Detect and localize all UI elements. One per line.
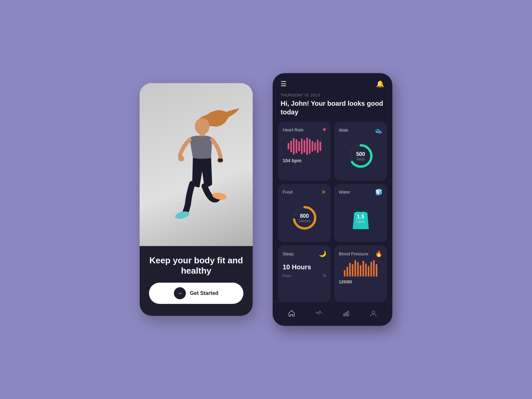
right-phone: ☰ 🔔 Thursday 31 July Hi, John! Your boar… [273,73,392,326]
walk-circle-container: 500 Steps [339,136,382,176]
water-title: Water [339,190,350,195]
walk-card-header: Walk 👟 [339,126,382,134]
svg-rect-13 [345,313,347,316]
svg-rect-12 [343,314,345,316]
walk-steps-label: Steps [356,157,365,161]
phone-header: ☰ 🔔 [273,73,392,90]
walk-steps-number: 500 [356,151,365,157]
nav-activity[interactable] [312,306,326,321]
heart-rate-card-header: Heart Rate ♥ [283,126,326,133]
get-started-button[interactable]: → Get Started [149,283,243,304]
food-circle: 800 Calories [291,204,318,231]
chart-icon [342,310,350,317]
bp-bar [354,260,356,277]
heart-rate-bar [288,143,289,150]
sleep-to-label: To [322,274,326,278]
bp-bar [344,270,345,277]
runner-svg [153,95,239,234]
bp-bar [376,264,377,277]
walk-card[interactable]: Walk 👟 500 Steps [334,122,387,181]
walk-circle-text: 500 Steps [356,151,365,161]
blood-pressure-card[interactable]: Blood Pressure 🔥 120/80 [334,245,387,302]
left-phone-title: Keep your body fit and healthy [149,255,243,276]
left-phone-bottom: Keep your body fit and healthy → Get Sta… [140,246,253,316]
food-card-header: Food ✕ [283,189,326,196]
runner-image [140,83,253,246]
heart-rate-bars [283,138,326,155]
bp-bar [352,264,353,277]
bp-title: Blood Pressure [339,251,368,256]
arrow-icon: → [174,287,186,299]
sleep-from-label: From [283,274,291,278]
water-card-header: Water 🧊 [339,189,382,196]
dashboard-grid: Heart Rate ♥ 104 bpm Walk 👟 500 [273,122,392,302]
bp-bar [349,263,351,277]
bp-bar [370,262,372,277]
food-calories-label: Calories [298,219,311,223]
sleep-hours: 10 Hours [283,263,326,271]
bp-bar [368,266,369,277]
heart-rate-bar [290,141,292,152]
svg-rect-14 [347,311,349,316]
greeting-section: Thursday 31 July Hi, John! Your board lo… [273,90,392,122]
heart-rate-title: Heart Rate [283,127,304,132]
sleep-card[interactable]: Sleep 🌙 10 Hours From To [278,245,331,302]
food-circle-container: 800 Calories [283,199,326,238]
svg-point-3 [178,156,184,162]
svg-rect-5 [218,159,223,162]
water-icon: 🧊 [375,189,382,196]
bp-value: 120/80 [339,279,382,284]
heart-rate-card[interactable]: Heart Rate ♥ 104 bpm [278,122,331,181]
water-liters-label: Liters [356,219,364,223]
moon-icon: 🌙 [319,250,326,257]
home-icon [288,310,295,317]
sleep-title: Sleep [283,251,294,256]
food-close-icon: ✕ [321,189,326,196]
sleep-range: From To [283,274,326,278]
heart-rate-bar [301,138,303,154]
heart-rate-bar [312,141,313,152]
food-calories-number: 800 [298,213,311,219]
nav-profile[interactable] [366,306,381,321]
nav-chart[interactable] [339,306,353,321]
bell-icon[interactable]: 🔔 [376,80,384,88]
bp-card-header: Blood Pressure 🔥 [339,250,382,257]
heart-rate-bar [304,140,305,153]
greeting-title: Hi, John! Your board looks good today [281,99,384,116]
bp-bar [373,260,375,277]
water-cup-container: 1.5 Liters [339,199,382,238]
bp-bar [365,263,367,277]
bp-bar [360,265,361,277]
heart-rate-value: 104 bpm [283,158,326,163]
get-started-label: Get Started [190,290,218,296]
heart-rate-bar [298,141,300,151]
bottom-nav [273,302,392,326]
heart-rate-bar [293,138,295,155]
flame-icon: 🔥 [375,250,382,257]
food-circle-text: 800 Calories [298,213,311,223]
activity-icon [315,310,323,317]
shoe-icon: 👟 [375,126,382,134]
water-liters-number: 1.5 [356,213,364,219]
svg-point-1 [195,118,209,135]
water-cup-text: 1.5 Liters [356,213,364,223]
profile-icon [370,310,377,317]
heart-rate-bar [309,139,311,154]
water-card[interactable]: Water 🧊 1.5 Liters [334,184,387,242]
walk-title: Walk [339,128,348,133]
greeting-date: Thursday 31 July [281,93,384,97]
food-card[interactable]: Food ✕ 800 Calories [278,184,331,242]
left-phone: Keep your body fit and healthy → Get Sta… [140,83,253,316]
water-cup: 1.5 Liters [351,206,371,229]
bp-bar [362,261,364,277]
walk-circle: 500 Steps [347,143,374,169]
sleep-card-header: Sleep 🌙 [283,250,326,257]
hamburger-icon[interactable]: ☰ [281,80,287,87]
heart-rate-bar [320,142,321,151]
bp-bar [357,262,359,277]
nav-home[interactable] [284,306,299,321]
bp-bars [339,262,382,277]
heart-rate-bar [314,142,316,151]
food-title: Food [283,190,293,195]
heart-rate-bar [296,139,297,153]
